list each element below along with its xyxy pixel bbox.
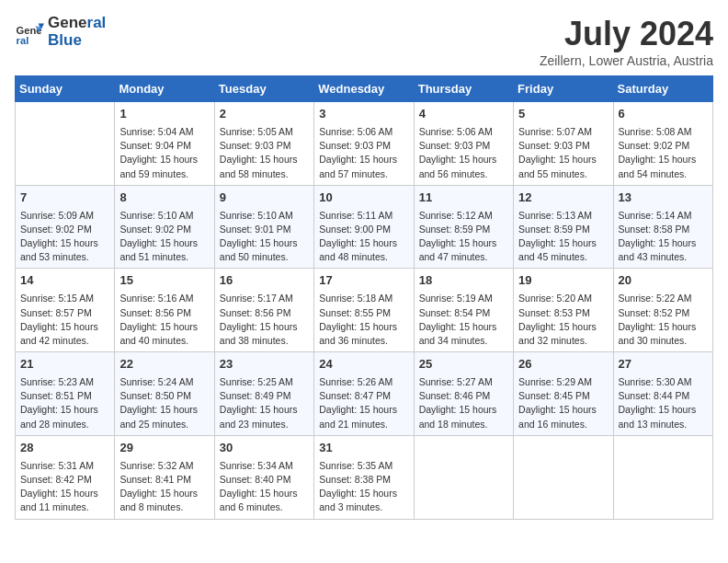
col-header-friday: Friday	[514, 76, 613, 102]
logo-line2: Blue	[48, 32, 106, 50]
day-info: Sunrise: 5:09 AMSunset: 9:02 PMDaylight:…	[20, 209, 109, 265]
calendar-cell: 5Sunrise: 5:07 AMSunset: 9:03 PMDaylight…	[514, 102, 613, 186]
day-info: Sunrise: 5:05 AMSunset: 9:03 PMDaylight:…	[220, 125, 309, 181]
day-number: 14	[20, 272, 109, 290]
col-header-sunday: Sunday	[16, 76, 115, 102]
calendar-cell	[613, 435, 712, 519]
day-number: 29	[119, 440, 209, 457]
calendar-cell: 14Sunrise: 5:15 AMSunset: 8:57 PMDayligh…	[16, 269, 115, 352]
calendar-cell: 1Sunrise: 5:04 AMSunset: 9:04 PMDaylight…	[115, 102, 214, 186]
calendar-cell: 23Sunrise: 5:25 AMSunset: 8:49 PMDayligh…	[214, 352, 313, 436]
calendar-cell: 29Sunrise: 5:32 AMSunset: 8:41 PMDayligh…	[115, 435, 214, 519]
day-info: Sunrise: 5:14 AMSunset: 8:58 PMDaylight:…	[619, 209, 708, 265]
day-number: 1	[119, 106, 209, 123]
month-year-title: July 2024	[540, 15, 713, 53]
logo-icon: Gene ral	[15, 17, 44, 47]
day-info: Sunrise: 5:32 AMSunset: 8:41 PMDaylight:…	[119, 459, 209, 515]
day-number: 31	[319, 440, 408, 457]
day-info: Sunrise: 5:27 AMSunset: 8:46 PMDaylight:…	[419, 375, 508, 431]
day-info: Sunrise: 5:17 AMSunset: 8:56 PMDaylight:…	[220, 292, 309, 348]
day-number: 2	[220, 106, 309, 123]
calendar-cell: 22Sunrise: 5:24 AMSunset: 8:50 PMDayligh…	[115, 352, 214, 436]
calendar-week-row: 1Sunrise: 5:04 AMSunset: 9:04 PMDaylight…	[16, 102, 713, 186]
day-number: 23	[220, 356, 309, 373]
calendar-cell: 25Sunrise: 5:27 AMSunset: 8:46 PMDayligh…	[414, 352, 513, 436]
calendar-week-row: 28Sunrise: 5:31 AMSunset: 8:42 PMDayligh…	[16, 435, 713, 519]
calendar-week-row: 21Sunrise: 5:23 AMSunset: 8:51 PMDayligh…	[16, 352, 713, 436]
day-info: Sunrise: 5:22 AMSunset: 8:52 PMDaylight:…	[619, 292, 708, 348]
day-info: Sunrise: 5:25 AMSunset: 8:49 PMDaylight:…	[220, 375, 309, 431]
day-number: 7	[20, 190, 109, 207]
day-info: Sunrise: 5:20 AMSunset: 8:53 PMDaylight:…	[518, 292, 608, 348]
day-info: Sunrise: 5:15 AMSunset: 8:57 PMDaylight:…	[20, 292, 109, 348]
calendar-cell: 30Sunrise: 5:34 AMSunset: 8:40 PMDayligh…	[214, 435, 313, 519]
calendar-cell: 6Sunrise: 5:08 AMSunset: 9:02 PMDaylight…	[613, 102, 712, 186]
calendar-cell: 7Sunrise: 5:09 AMSunset: 9:02 PMDaylight…	[16, 185, 115, 269]
calendar-cell: 9Sunrise: 5:10 AMSunset: 9:01 PMDaylight…	[214, 185, 313, 269]
day-info: Sunrise: 5:23 AMSunset: 8:51 PMDaylight:…	[20, 375, 109, 431]
calendar-cell: 10Sunrise: 5:11 AMSunset: 9:00 PMDayligh…	[314, 185, 414, 269]
day-number: 22	[119, 356, 209, 373]
calendar-cell: 13Sunrise: 5:14 AMSunset: 8:58 PMDayligh…	[613, 185, 712, 269]
day-info: Sunrise: 5:34 AMSunset: 8:40 PMDaylight:…	[220, 459, 309, 515]
day-info: Sunrise: 5:12 AMSunset: 8:59 PMDaylight:…	[419, 209, 508, 265]
svg-text:ral: ral	[17, 34, 29, 45]
calendar-cell: 26Sunrise: 5:29 AMSunset: 8:45 PMDayligh…	[514, 352, 613, 436]
day-info: Sunrise: 5:19 AMSunset: 8:54 PMDaylight:…	[419, 292, 508, 348]
calendar-cell	[514, 435, 613, 519]
day-info: Sunrise: 5:13 AMSunset: 8:59 PMDaylight:…	[518, 209, 608, 265]
day-info: Sunrise: 5:06 AMSunset: 9:03 PMDaylight:…	[319, 125, 408, 181]
calendar-cell: 28Sunrise: 5:31 AMSunset: 8:42 PMDayligh…	[16, 435, 115, 519]
day-number: 20	[619, 272, 708, 290]
calendar-cell: 21Sunrise: 5:23 AMSunset: 8:51 PMDayligh…	[16, 352, 115, 436]
col-header-wednesday: Wednesday	[314, 76, 414, 102]
calendar-cell: 20Sunrise: 5:22 AMSunset: 8:52 PMDayligh…	[613, 269, 712, 352]
col-header-saturday: Saturday	[613, 76, 712, 102]
day-info: Sunrise: 5:24 AMSunset: 8:50 PMDaylight:…	[119, 375, 209, 431]
day-number: 9	[220, 190, 309, 207]
day-number: 28	[20, 440, 109, 457]
day-number: 11	[419, 190, 508, 207]
day-info: Sunrise: 5:26 AMSunset: 8:47 PMDaylight:…	[319, 375, 408, 431]
calendar-cell: 17Sunrise: 5:18 AMSunset: 8:55 PMDayligh…	[314, 269, 414, 352]
page-header: Gene ral General Blue July 2024 Zeillern…	[15, 15, 713, 68]
day-number: 16	[220, 272, 309, 290]
day-info: Sunrise: 5:10 AMSunset: 9:01 PMDaylight:…	[220, 209, 309, 265]
day-number: 6	[619, 106, 708, 123]
day-info: Sunrise: 5:35 AMSunset: 8:38 PMDaylight:…	[319, 459, 408, 515]
day-number: 18	[419, 272, 508, 290]
calendar-header-row: SundayMondayTuesdayWednesdayThursdayFrid…	[16, 76, 713, 102]
calendar-cell: 27Sunrise: 5:30 AMSunset: 8:44 PMDayligh…	[613, 352, 712, 436]
logo: Gene ral General Blue	[15, 15, 106, 49]
location-subtitle: Zeillern, Lower Austria, Austria	[540, 53, 713, 68]
col-header-monday: Monday	[115, 76, 214, 102]
calendar-cell: 19Sunrise: 5:20 AMSunset: 8:53 PMDayligh…	[514, 269, 613, 352]
day-number: 15	[119, 272, 209, 290]
day-number: 25	[419, 356, 508, 373]
day-info: Sunrise: 5:29 AMSunset: 8:45 PMDaylight:…	[518, 375, 608, 431]
logo-line1: General	[48, 15, 106, 32]
day-number: 13	[619, 190, 708, 207]
day-number: 26	[518, 356, 608, 373]
calendar-cell: 2Sunrise: 5:05 AMSunset: 9:03 PMDaylight…	[214, 102, 313, 186]
day-number: 10	[319, 190, 408, 207]
calendar-cell	[16, 102, 115, 186]
calendar-table: SundayMondayTuesdayWednesdayThursdayFrid…	[15, 75, 713, 520]
day-info: Sunrise: 5:18 AMSunset: 8:55 PMDaylight:…	[319, 292, 408, 348]
day-info: Sunrise: 5:16 AMSunset: 8:56 PMDaylight:…	[119, 292, 209, 348]
calendar-cell: 4Sunrise: 5:06 AMSunset: 9:03 PMDaylight…	[414, 102, 513, 186]
day-info: Sunrise: 5:31 AMSunset: 8:42 PMDaylight:…	[20, 459, 109, 515]
col-header-tuesday: Tuesday	[214, 76, 313, 102]
calendar-cell: 15Sunrise: 5:16 AMSunset: 8:56 PMDayligh…	[115, 269, 214, 352]
calendar-cell: 31Sunrise: 5:35 AMSunset: 8:38 PMDayligh…	[314, 435, 414, 519]
day-number: 24	[319, 356, 408, 373]
day-number: 21	[20, 356, 109, 373]
calendar-cell: 11Sunrise: 5:12 AMSunset: 8:59 PMDayligh…	[414, 185, 513, 269]
title-block: July 2024 Zeillern, Lower Austria, Austr…	[540, 15, 713, 68]
calendar-cell: 8Sunrise: 5:10 AMSunset: 9:02 PMDaylight…	[115, 185, 214, 269]
calendar-cell: 24Sunrise: 5:26 AMSunset: 8:47 PMDayligh…	[314, 352, 414, 436]
calendar-cell: 12Sunrise: 5:13 AMSunset: 8:59 PMDayligh…	[514, 185, 613, 269]
day-number: 30	[220, 440, 309, 457]
day-number: 4	[419, 106, 508, 123]
col-header-thursday: Thursday	[414, 76, 513, 102]
